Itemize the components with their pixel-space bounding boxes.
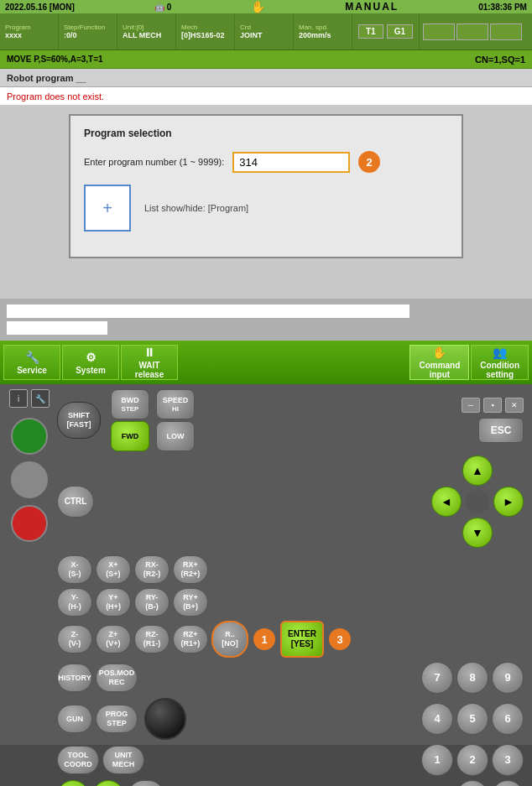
program-value: xxxx bbox=[5, 31, 22, 39]
history-button[interactable]: HISTORY bbox=[57, 664, 92, 692]
z-plus-button[interactable]: Z+ (V+) bbox=[96, 625, 131, 653]
top-bar: 2022.05.16 [MON] 🤖 0 ✋ MANUAL 01:38:36 P… bbox=[0, 0, 532, 13]
dialog-row-plus: + List show/hide: [Program] bbox=[84, 185, 448, 232]
kp-row-1: SHIFT [FAST] BWD STEP FWD SPEED HI LOW bbox=[57, 389, 524, 451]
num2-button[interactable]: 2 bbox=[456, 744, 488, 776]
num9-button[interactable]: 9 bbox=[492, 662, 524, 694]
step-num-1-circle: 1 bbox=[253, 628, 275, 650]
robot-icon: 🤖 bbox=[154, 3, 164, 12]
win-restore-icon[interactable]: ▪ bbox=[483, 398, 502, 413]
nav-right-button[interactable]: ► bbox=[493, 487, 524, 517]
z-minus-button[interactable]: Z- (V-) bbox=[57, 625, 92, 653]
fwd-button[interactable]: FWD bbox=[111, 421, 149, 451]
toolbar-step[interactable]: Step/Function :0/0 bbox=[59, 13, 117, 49]
ry-plus-button[interactable]: RY+ (B+) bbox=[173, 588, 208, 617]
gun-button[interactable]: GUN bbox=[57, 705, 92, 733]
black-ball bbox=[144, 698, 186, 740]
g1-box[interactable]: G1 bbox=[387, 24, 413, 39]
robot-program-header: Robot program __ bbox=[0, 69, 532, 87]
condition-setting-button[interactable]: 👥 Condition setting bbox=[471, 345, 529, 380]
tool-coord-button[interactable]: TOOL COORD bbox=[57, 746, 99, 774]
toolbar-mech[interactable]: Mech [0]HS165-02 bbox=[176, 13, 235, 49]
num7-button[interactable]: 7 bbox=[421, 662, 453, 694]
prog-step-button[interactable]: PROG STEP bbox=[96, 705, 138, 733]
system-icon: ⚙ bbox=[86, 351, 96, 364]
command-input-label: Command input bbox=[419, 361, 460, 379]
unit-mech-button[interactable]: UNIT MECH bbox=[102, 746, 144, 774]
ry-minus-button[interactable]: RY- (B-) bbox=[134, 588, 170, 617]
enter-yes-button[interactable]: ENTER [YES] bbox=[280, 621, 324, 658]
toolbar: Program xxxx Step/Function :0/0 Unit:[0]… bbox=[0, 13, 532, 50]
system-button[interactable]: ⚙ System bbox=[62, 345, 119, 380]
rx-plus-button[interactable]: RX+ (R2+) bbox=[173, 555, 208, 584]
command-input-button[interactable]: ✋ Command input bbox=[409, 345, 469, 380]
y-minus-button[interactable]: Y- (H-) bbox=[57, 588, 92, 617]
info-icons-row: i 🔧 bbox=[9, 389, 50, 408]
num8-button[interactable]: 8 bbox=[456, 662, 488, 694]
command-input-icon: ✋ bbox=[432, 346, 446, 359]
nav-up-button[interactable]: ▲ bbox=[462, 455, 493, 486]
plus-key-button[interactable]: + bbox=[57, 780, 89, 786]
wait-release-button[interactable]: ⏸ WAIT release bbox=[121, 345, 178, 380]
black-ball-container bbox=[144, 698, 186, 740]
dot-red[interactable] bbox=[11, 505, 48, 542]
num1-button[interactable]: 1 bbox=[421, 744, 453, 776]
plus-icon: + bbox=[102, 199, 112, 218]
nav-down-button[interactable]: ▼ bbox=[462, 518, 493, 548]
bottom-toolbar: 🔧 Service ⚙ System ⏸ WAIT release ✋ Comm… bbox=[0, 341, 532, 384]
plus-button[interactable]: + bbox=[84, 185, 131, 232]
kp-row-8: TOOL COORD UNIT MECH 1 2 3 bbox=[57, 744, 524, 776]
service-button[interactable]: 🔧 Service bbox=[3, 345, 60, 380]
num6-button[interactable]: 6 bbox=[492, 703, 524, 735]
program-number-input[interactable] bbox=[232, 152, 350, 173]
rz-plus-button[interactable]: RZ+ (R1+) bbox=[173, 625, 208, 653]
toolbar-man-spd[interactable]: Man. spd. 200mm/s bbox=[294, 13, 352, 49]
y-plus-button[interactable]: Y+ (H+) bbox=[96, 588, 131, 617]
toolbar-crd[interactable]: Crd JOINT bbox=[235, 13, 294, 49]
hand-icon: ✋ bbox=[251, 0, 265, 13]
num3-button[interactable]: 3 bbox=[492, 744, 524, 776]
info-icon[interactable]: i bbox=[9, 389, 28, 408]
rz-minus-button[interactable]: RZ- (R1-) bbox=[134, 625, 170, 653]
lower-bar-2 bbox=[7, 321, 525, 335]
bwd-button[interactable]: BWD STEP bbox=[111, 389, 149, 419]
main-area: Program selection Enter program number (… bbox=[0, 106, 532, 299]
esc-button[interactable]: ESC bbox=[478, 418, 524, 443]
num4-button[interactable]: 4 bbox=[421, 703, 453, 735]
service-icon: 🔧 bbox=[25, 351, 39, 364]
back-button[interactable]: ← bbox=[492, 780, 524, 786]
crd-value: JOINT bbox=[240, 31, 263, 39]
tool-icon[interactable]: 🔧 bbox=[31, 389, 50, 408]
program-selection-dialog: Program selection Enter program number (… bbox=[69, 114, 463, 258]
step-label: Step/Function bbox=[64, 23, 105, 31]
low-button[interactable]: LOW bbox=[156, 421, 195, 451]
t1-box[interactable]: T1 bbox=[358, 24, 383, 39]
win-close-icon[interactable]: ✕ bbox=[505, 398, 524, 413]
win-min-icon[interactable]: ─ bbox=[462, 398, 480, 413]
num5-button[interactable]: 5 bbox=[456, 703, 488, 735]
dpad-center bbox=[466, 490, 489, 513]
ctrl-button[interactable]: CTRL bbox=[57, 486, 94, 518]
system-label: System bbox=[76, 366, 106, 375]
shift-fast-button[interactable]: SHIFT [FAST] bbox=[57, 402, 101, 439]
speed-hi-button[interactable]: SPEED HI bbox=[156, 389, 195, 419]
pos-mod-rec-button[interactable]: POS.MOD REC bbox=[96, 664, 138, 692]
left-panel: i 🔧 bbox=[8, 389, 50, 740]
step-value: :0/0 bbox=[64, 31, 77, 39]
rx-minus-button[interactable]: RX- (R2-) bbox=[134, 555, 170, 584]
r-no-button[interactable]: R.. [NO] bbox=[211, 621, 248, 658]
toolbar-program[interactable]: Program xxxx bbox=[0, 13, 59, 49]
nav-left-button[interactable]: ◄ bbox=[431, 487, 462, 517]
minus-key-button[interactable]: - bbox=[92, 780, 124, 786]
del-button[interactable]: DEL bbox=[128, 780, 164, 786]
num0-button[interactable]: 0 bbox=[456, 780, 488, 786]
kp-row-7: GUN PROG STEP 4 5 6 bbox=[57, 698, 524, 740]
error-bar: Program does not exist. bbox=[0, 87, 532, 106]
toolbar-unit[interactable]: Unit:[0] ALL MECH bbox=[117, 13, 176, 49]
center-keypad: SHIFT [FAST] BWD STEP FWD SPEED HI LOW bbox=[57, 389, 524, 740]
x-plus-button[interactable]: X+ (S+) bbox=[96, 555, 131, 584]
dot-green[interactable] bbox=[11, 418, 48, 455]
mode-label: MANUAL bbox=[345, 1, 399, 13]
x-minus-button[interactable]: X- (S-) bbox=[57, 555, 92, 584]
dot-gray[interactable] bbox=[11, 461, 48, 498]
